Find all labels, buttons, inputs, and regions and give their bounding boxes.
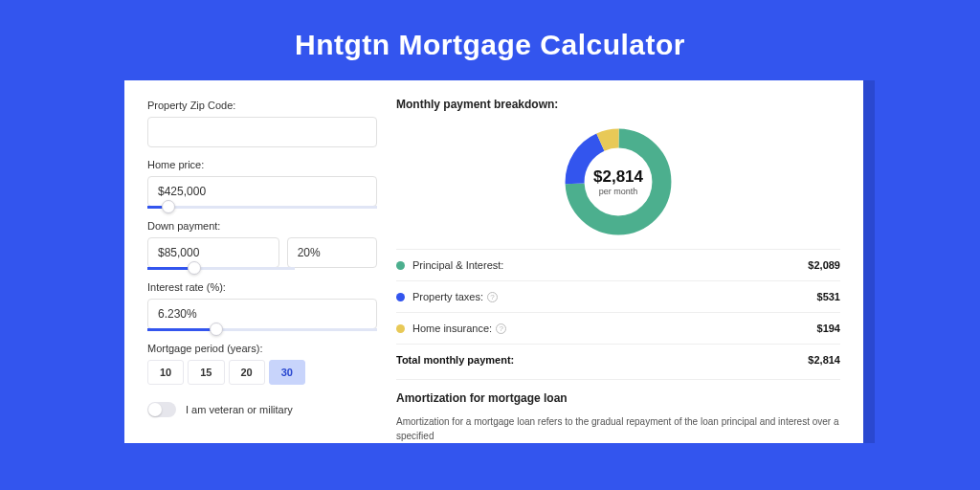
period-30[interactable]: 30 (269, 360, 305, 385)
amortization-title: Amortization for mortgage loan (396, 391, 840, 405)
period-20[interactable]: 20 (229, 360, 265, 385)
down-payment-slider[interactable] (147, 267, 295, 270)
down-payment-pct-input[interactable] (287, 237, 377, 268)
zip-label: Property Zip Code: (147, 100, 377, 111)
donut-amount: $2,814 (593, 167, 643, 187)
info-icon[interactable]: ? (487, 292, 498, 302)
calculator-card: Property Zip Code: Home price: Down paym… (124, 80, 863, 443)
amortization-section: Amortization for mortgage loan Amortizat… (396, 379, 840, 443)
veteran-toggle[interactable] (147, 402, 176, 417)
legend-row-total: Total monthly payment: $2,814 (396, 345, 840, 375)
down-payment-amount-input[interactable] (147, 237, 279, 268)
down-payment-label: Down payment: (147, 220, 377, 232)
legend: Principal & Interest: $2,089 Property ta… (396, 249, 840, 375)
home-price-input[interactable] (147, 176, 377, 207)
donut-chart: $2,814 per month (561, 124, 676, 239)
legend-label: Property taxes: ? (412, 291, 817, 302)
slider-thumb[interactable] (162, 200, 175, 213)
zip-input[interactable] (147, 117, 377, 147)
dot-icon (396, 261, 405, 270)
veteran-label: I am veteran or military (186, 404, 293, 415)
period-group: 10 15 20 30 (147, 360, 377, 385)
amortization-body: Amortization for a mortgage loan refers … (396, 414, 840, 443)
home-price-label: Home price: (147, 159, 377, 170)
legend-value: $531 (817, 291, 840, 302)
legend-label: Principal & Interest: (412, 259, 808, 271)
home-price-slider[interactable] (147, 206, 377, 209)
dot-icon (396, 324, 405, 333)
dot-icon (396, 293, 405, 301)
breakdown-panel: Monthly payment breakdown: $2,814 per mo… (396, 92, 840, 443)
legend-label: Home insurance: ? (412, 323, 817, 334)
period-15[interactable]: 15 (188, 360, 224, 385)
legend-row-principal: Principal & Interest: $2,089 (396, 250, 840, 281)
period-10[interactable]: 10 (147, 360, 184, 385)
legend-row-taxes: Property taxes: ? $531 (396, 281, 840, 313)
total-value: $2,814 (808, 354, 840, 366)
interest-slider[interactable] (147, 328, 377, 331)
info-icon[interactable]: ? (496, 323, 506, 334)
legend-value: $194 (817, 323, 840, 334)
inputs-panel: Property Zip Code: Home price: Down paym… (147, 92, 377, 443)
total-label: Total monthly payment: (396, 354, 808, 366)
slider-thumb[interactable] (188, 261, 201, 275)
card-shadow: Property Zip Code: Home price: Down paym… (124, 80, 875, 443)
slider-thumb[interactable] (210, 323, 223, 336)
donut-chart-wrap: $2,814 per month (396, 119, 840, 249)
interest-input[interactable] (147, 299, 377, 329)
legend-row-insurance: Home insurance: ? $194 (396, 313, 840, 345)
breakdown-title: Monthly payment breakdown: (396, 98, 840, 111)
donut-sublabel: per month (593, 187, 643, 196)
page-title: Hntgtn Mortgage Calculator (0, 0, 980, 80)
legend-value: $2,089 (808, 259, 840, 271)
period-label: Mortgage period (years): (147, 343, 377, 354)
interest-label: Interest rate (%): (147, 281, 377, 293)
